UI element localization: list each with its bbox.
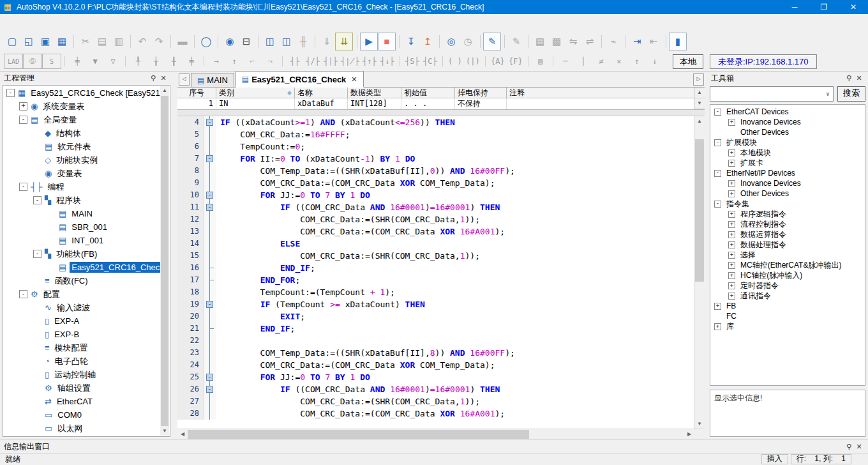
code-line[interactable]: 15 COM_CRC_Data:=(SHR(COM_CRC_Data,1)); [177,250,694,262]
expander-icon[interactable]: - [19,116,27,124]
expander-icon[interactable]: + [728,241,735,248]
code-line[interactable]: 21 END_IF; [177,323,694,335]
st-view-button[interactable]: S [42,54,61,69]
menu-item[interactable] [120,15,134,29]
lad-view-button[interactable]: LAD [4,54,23,69]
fold-margin[interactable]: - [204,201,216,213]
expander-icon[interactable]: - [714,201,721,208]
expander-icon[interactable] [33,411,41,419]
expander-icon[interactable]: + [728,160,735,167]
h-line-button[interactable]: ─ [557,54,574,68]
expander-icon[interactable]: - [19,183,27,191]
download-button[interactable]: ↧ [403,33,419,50]
local-mode-button[interactable]: 本地 [673,54,703,69]
grid-op-1-button[interactable]: ▦ [532,33,548,50]
table-editor-splitter[interactable] [177,110,705,116]
fold-margin[interactable]: - [204,116,216,128]
tree-item[interactable]: - ⚙ 配置 [4,287,160,301]
coil-set-button[interactable]: ┤S├ [403,54,421,68]
expander-icon[interactable]: + [728,231,735,238]
code-line[interactable]: 16 END_IF; [177,262,694,274]
print-preview-button[interactable]: ◉ [221,33,238,50]
fold-margin[interactable] [204,238,216,250]
header-cell[interactable]: 注释 [507,88,694,98]
logout-button[interactable]: ⇤ [645,33,662,50]
tree-item[interactable]: ⚙ EtherNet/IP [4,435,160,436]
cell-name[interactable]: xDataBuf [295,98,348,109]
search-combobox[interactable]: ∨ [710,86,834,102]
code-line[interactable]: 19 - IF (TempCount >= xDataCount) THEN [177,298,694,310]
fold-margin[interactable] [204,141,216,153]
tree-item[interactable]: + HC轴控(脉冲输入) [712,270,864,280]
tree-item[interactable]: ▤ 软元件表 [4,140,160,153]
header-cell[interactable]: 名称 [295,88,348,98]
expander-icon[interactable]: + [728,149,735,156]
expander-icon[interactable] [33,330,41,339]
restore-button[interactable]: ❐ [809,0,839,14]
expander-icon[interactable] [47,263,56,271]
code-line[interactable]: 17 END_FOR; [177,274,694,286]
search-input[interactable] [712,88,823,100]
tree-item[interactable]: + Inovance Devices [712,178,864,188]
scroll-left-icon[interactable]: ◀ [177,429,188,439]
stop-button[interactable]: ■ [378,33,396,50]
expander-icon[interactable]: - [714,170,721,177]
paste-button[interactable]: ▥ [110,33,127,50]
code-line[interactable]: 12 COM_CRC_Data:=(SHR(COM_CRC_Data,1)); [177,213,694,225]
scroll-down-icon[interactable]: ▼ [694,419,705,429]
code-line[interactable]: 24 COM_CRC_Data:=(COM_CRC_Data XOR COM_T… [177,359,694,371]
code-line[interactable]: 5 COM_CRC_Data:=16#FFFF; [177,128,694,141]
chevron-down-icon[interactable]: ∨ [823,91,833,97]
grid-op-2-button[interactable]: ▩ [548,33,565,50]
edit-mode-button[interactable]: ✎ [483,33,501,50]
new-file-button[interactable]: ▢ [4,33,20,50]
sfc-view-button[interactable]: Ⓢ [23,54,42,69]
line-right-button[interactable]: → [207,54,225,68]
cell-comment[interactable] [507,98,694,109]
expander-icon[interactable]: - [33,196,41,204]
header-cell[interactable]: 序号 [177,88,216,98]
code-line[interactable]: 7 - FOR II:=0 TO (xDataCount-1) BY 1 DO [177,153,694,165]
tree-item[interactable]: ◔ 电子凸轮 [4,354,160,368]
fold-margin[interactable] [204,310,216,323]
scroll-up-icon[interactable]: ▲ [694,88,705,98]
fold-margin[interactable]: - [204,383,216,395]
minimize-button[interactable]: ─ [780,0,809,14]
expander-icon[interactable]: + [728,262,735,269]
code-pane[interactable]: 4 - IF ((xDataCount>=1) AND (xDataCount<… [177,116,694,429]
fold-margin[interactable]: - [204,153,216,165]
net-up-button[interactable]: ▽ [104,54,122,68]
menu-item[interactable] [92,15,106,29]
save-button[interactable]: ▣ [37,33,54,50]
fold-margin[interactable] [204,359,216,371]
line-corner2-button[interactable]: ¬ [261,54,279,68]
st-code-editor[interactable]: 4 - IF ((xDataCount>=1) AND (xDataCount<… [177,116,705,429]
scroll-thumb[interactable] [188,430,529,439]
menu-item[interactable] [22,15,36,29]
expander-icon[interactable] [714,313,721,320]
edit-readonly-button[interactable]: ✎ [508,33,525,50]
fold-margin[interactable] [204,213,216,225]
fold-margin[interactable]: - [204,371,216,383]
expander-icon[interactable]: + [728,293,735,300]
tree-item[interactable]: ▯ EXP-A [4,314,160,328]
undo-button[interactable]: ↶ [134,33,151,50]
header-cell[interactable]: 初始值 [401,88,455,98]
cell-category[interactable]: IN [216,98,295,109]
tree-item[interactable]: ▭ COM0 [4,408,160,422]
expander-icon[interactable] [33,344,41,352]
tab-scroll-left-icon[interactable]: ◁ [179,73,190,86]
tree-item[interactable]: ◉ 变量表 [4,167,160,180]
code-line[interactable]: 28 COM_CRC_Data:=(COM_CRC_Data XOR 16#A0… [177,408,694,420]
tree-item[interactable]: + 扩展卡 [712,158,864,168]
expander-icon[interactable]: - [19,290,27,298]
code-line[interactable]: 10 - FOR JJ:=0 TO 7 BY 1 DO [177,189,694,201]
tree-item[interactable]: ▤ SBR_001 [4,220,160,234]
contact-fall-button[interactable]: ┤↓├ [378,54,396,68]
expander-icon[interactable]: + [714,303,721,310]
scroll-down-icon[interactable]: ▼ [694,98,705,109]
contact-open-button[interactable]: ┤├ [286,54,304,68]
tree-item[interactable]: + 本地模块 [712,148,864,158]
editor-vertical-scrollbar[interactable]: ▲ ▼ [694,116,705,429]
menu-item[interactable] [50,15,64,29]
